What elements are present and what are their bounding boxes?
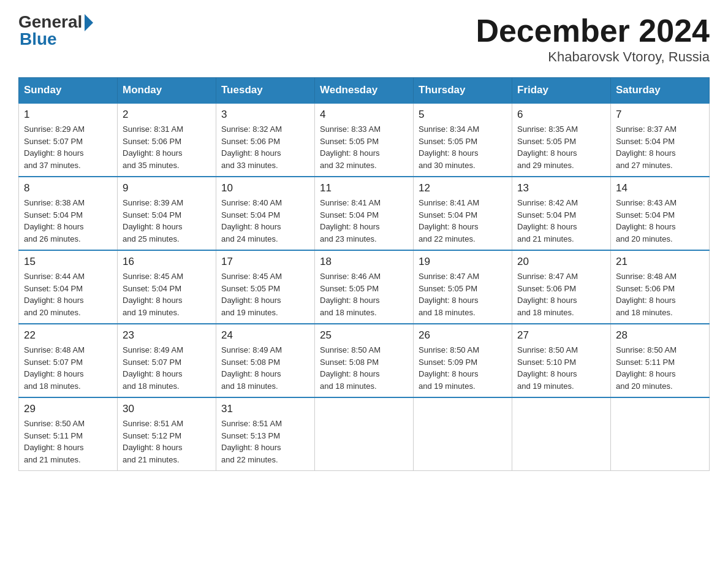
day-number: 6: [517, 109, 605, 121]
title-section: December 2024 Khabarovsk Vtoroy, Russia: [476, 12, 710, 65]
day-cell: 2 Sunrise: 8:31 AMSunset: 5:06 PMDayligh…: [118, 103, 216, 177]
calendar-table: SundayMondayTuesdayWednesdayThursdayFrid…: [18, 77, 710, 471]
day-cell: 10 Sunrise: 8:40 AMSunset: 5:04 PMDaylig…: [216, 177, 315, 250]
day-number: 7: [616, 109, 704, 121]
day-cell: 15 Sunrise: 8:44 AMSunset: 5:04 PMDaylig…: [19, 250, 118, 324]
day-cell: 11 Sunrise: 8:41 AMSunset: 5:04 PMDaylig…: [315, 177, 414, 250]
day-number: 31: [221, 403, 309, 415]
day-cell: 1 Sunrise: 8:29 AMSunset: 5:07 PMDayligh…: [19, 103, 118, 177]
day-number: 5: [419, 109, 507, 121]
day-cell: 20 Sunrise: 8:47 AMSunset: 5:06 PMDaylig…: [512, 250, 611, 324]
day-number: 16: [123, 256, 211, 268]
day-info: Sunrise: 8:48 AMSunset: 5:06 PMDaylight:…: [616, 270, 704, 318]
weekday-header-saturday: Saturday: [611, 78, 710, 104]
calendar-body: 1 Sunrise: 8:29 AMSunset: 5:07 PMDayligh…: [19, 103, 710, 471]
weekday-header-wednesday: Wednesday: [315, 78, 414, 104]
day-number: 9: [123, 182, 211, 194]
day-number: 21: [616, 256, 704, 268]
day-cell: 5 Sunrise: 8:34 AMSunset: 5:05 PMDayligh…: [414, 103, 512, 177]
day-number: 23: [123, 329, 211, 342]
day-number: 13: [517, 182, 605, 194]
week-row-2: 8 Sunrise: 8:38 AMSunset: 5:04 PMDayligh…: [19, 177, 710, 250]
day-cell: 21 Sunrise: 8:48 AMSunset: 5:06 PMDaylig…: [611, 250, 710, 324]
day-info: Sunrise: 8:49 AMSunset: 5:07 PMDaylight:…: [123, 344, 211, 392]
day-cell: 18 Sunrise: 8:46 AMSunset: 5:05 PMDaylig…: [315, 250, 414, 324]
day-info: Sunrise: 8:47 AMSunset: 5:06 PMDaylight:…: [517, 270, 605, 318]
day-info: Sunrise: 8:42 AMSunset: 5:04 PMDaylight:…: [517, 197, 605, 245]
day-cell: 14 Sunrise: 8:43 AMSunset: 5:04 PMDaylig…: [611, 177, 710, 250]
day-cell: 22 Sunrise: 8:48 AMSunset: 5:07 PMDaylig…: [19, 324, 118, 397]
day-info: Sunrise: 8:50 AMSunset: 5:09 PMDaylight:…: [419, 344, 507, 392]
day-info: Sunrise: 8:38 AMSunset: 5:04 PMDaylight:…: [24, 197, 112, 245]
day-cell: 8 Sunrise: 8:38 AMSunset: 5:04 PMDayligh…: [19, 177, 118, 250]
day-info: Sunrise: 8:47 AMSunset: 5:05 PMDaylight:…: [419, 270, 507, 318]
day-number: 1: [24, 109, 112, 121]
day-number: 18: [320, 256, 408, 268]
day-info: Sunrise: 8:45 AMSunset: 5:04 PMDaylight:…: [123, 270, 211, 318]
day-cell: 28 Sunrise: 8:50 AMSunset: 5:11 PMDaylig…: [611, 324, 710, 397]
weekday-header-friday: Friday: [512, 78, 611, 104]
weekday-header-sunday: Sunday: [19, 78, 118, 104]
week-row-3: 15 Sunrise: 8:44 AMSunset: 5:04 PMDaylig…: [19, 250, 710, 324]
day-number: 10: [221, 182, 309, 194]
day-cell: 23 Sunrise: 8:49 AMSunset: 5:07 PMDaylig…: [118, 324, 216, 397]
logo: General Blue: [18, 12, 93, 49]
day-cell: [512, 397, 611, 471]
day-info: Sunrise: 8:41 AMSunset: 5:04 PMDaylight:…: [320, 197, 408, 245]
day-cell: 12 Sunrise: 8:41 AMSunset: 5:04 PMDaylig…: [414, 177, 512, 250]
week-row-1: 1 Sunrise: 8:29 AMSunset: 5:07 PMDayligh…: [19, 103, 710, 177]
logo-arrow-icon: [85, 14, 93, 31]
day-number: 19: [419, 256, 507, 268]
weekday-header-row: SundayMondayTuesdayWednesdayThursdayFrid…: [19, 78, 710, 104]
day-info: Sunrise: 8:39 AMSunset: 5:04 PMDaylight:…: [123, 197, 211, 245]
day-cell: 31 Sunrise: 8:51 AMSunset: 5:13 PMDaylig…: [216, 397, 315, 471]
day-cell: 30 Sunrise: 8:51 AMSunset: 5:12 PMDaylig…: [118, 397, 216, 471]
day-number: 4: [320, 109, 408, 121]
day-info: Sunrise: 8:50 AMSunset: 5:10 PMDaylight:…: [517, 344, 605, 392]
day-info: Sunrise: 8:49 AMSunset: 5:08 PMDaylight:…: [221, 344, 309, 392]
day-info: Sunrise: 8:41 AMSunset: 5:04 PMDaylight:…: [419, 197, 507, 245]
day-info: Sunrise: 8:35 AMSunset: 5:05 PMDaylight:…: [517, 123, 605, 171]
day-info: Sunrise: 8:51 AMSunset: 5:12 PMDaylight:…: [123, 418, 211, 465]
day-cell: 3 Sunrise: 8:32 AMSunset: 5:06 PMDayligh…: [216, 103, 315, 177]
day-number: 28: [616, 329, 704, 342]
day-info: Sunrise: 8:29 AMSunset: 5:07 PMDaylight:…: [24, 123, 112, 171]
calendar-header: SundayMondayTuesdayWednesdayThursdayFrid…: [19, 78, 710, 104]
day-cell: 27 Sunrise: 8:50 AMSunset: 5:10 PMDaylig…: [512, 324, 611, 397]
day-number: 25: [320, 329, 408, 342]
day-number: 27: [517, 329, 605, 342]
logo-blue-text: Blue: [20, 29, 57, 49]
day-number: 24: [221, 329, 309, 342]
day-number: 26: [419, 329, 507, 342]
day-number: 2: [123, 109, 211, 121]
day-info: Sunrise: 8:50 AMSunset: 5:11 PMDaylight:…: [616, 344, 704, 392]
weekday-header-monday: Monday: [118, 78, 216, 104]
day-info: Sunrise: 8:37 AMSunset: 5:04 PMDaylight:…: [616, 123, 704, 171]
day-cell: 9 Sunrise: 8:39 AMSunset: 5:04 PMDayligh…: [118, 177, 216, 250]
month-title: December 2024: [476, 12, 710, 49]
day-cell: 24 Sunrise: 8:49 AMSunset: 5:08 PMDaylig…: [216, 324, 315, 397]
page-header: General Blue December 2024 Khabarovsk Vt…: [18, 12, 710, 65]
day-cell: 6 Sunrise: 8:35 AMSunset: 5:05 PMDayligh…: [512, 103, 611, 177]
weekday-header-tuesday: Tuesday: [216, 78, 315, 104]
day-number: 22: [24, 329, 112, 342]
weekday-header-thursday: Thursday: [414, 78, 512, 104]
day-number: 17: [221, 256, 309, 268]
day-cell: 29 Sunrise: 8:50 AMSunset: 5:11 PMDaylig…: [19, 397, 118, 471]
day-number: 8: [24, 182, 112, 194]
day-cell: 19 Sunrise: 8:47 AMSunset: 5:05 PMDaylig…: [414, 250, 512, 324]
week-row-4: 22 Sunrise: 8:48 AMSunset: 5:07 PMDaylig…: [19, 324, 710, 397]
day-info: Sunrise: 8:31 AMSunset: 5:06 PMDaylight:…: [123, 123, 211, 171]
day-info: Sunrise: 8:50 AMSunset: 5:08 PMDaylight:…: [320, 344, 408, 392]
day-cell: 7 Sunrise: 8:37 AMSunset: 5:04 PMDayligh…: [611, 103, 710, 177]
day-cell: 25 Sunrise: 8:50 AMSunset: 5:08 PMDaylig…: [315, 324, 414, 397]
day-number: 3: [221, 109, 309, 121]
day-info: Sunrise: 8:34 AMSunset: 5:05 PMDaylight:…: [419, 123, 507, 171]
day-info: Sunrise: 8:44 AMSunset: 5:04 PMDaylight:…: [24, 270, 112, 318]
day-info: Sunrise: 8:33 AMSunset: 5:05 PMDaylight:…: [320, 123, 408, 171]
day-number: 11: [320, 182, 408, 194]
day-info: Sunrise: 8:48 AMSunset: 5:07 PMDaylight:…: [24, 344, 112, 392]
day-info: Sunrise: 8:46 AMSunset: 5:05 PMDaylight:…: [320, 270, 408, 318]
day-info: Sunrise: 8:45 AMSunset: 5:05 PMDaylight:…: [221, 270, 309, 318]
day-number: 29: [24, 403, 112, 415]
